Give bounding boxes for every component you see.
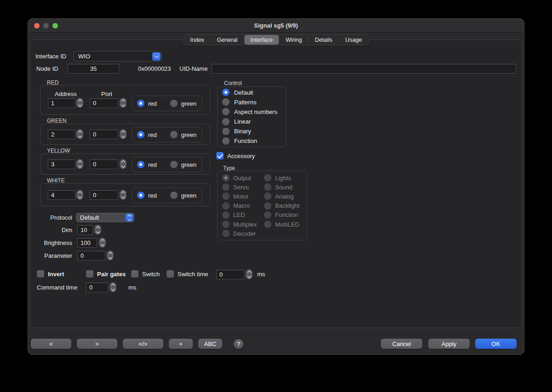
brightness-stepper[interactable]: [99, 238, 106, 248]
radio-option-red[interactable]: red: [137, 192, 157, 199]
accessory-label: Accessory: [227, 153, 255, 160]
radio-option-green[interactable]: green: [170, 100, 196, 107]
interface-id-label: Interface ID: [35, 53, 66, 60]
radio-icon[interactable]: [222, 98, 230, 106]
control-option-aspect-numbers[interactable]: Aspect numbers: [222, 108, 286, 116]
dim-stepper[interactable]: [94, 225, 101, 235]
command-time-input[interactable]: 0: [86, 283, 108, 292]
switch-checkbox[interactable]: [131, 270, 138, 278]
radio-icon[interactable]: [222, 128, 230, 135]
pair-gates-checkbox[interactable]: [86, 270, 93, 278]
ok-button[interactable]: OK: [475, 339, 517, 349]
radio-green-label: green: [181, 192, 196, 199]
protocol-dropdown[interactable]: Default: [76, 213, 134, 222]
cancel-button[interactable]: Cancel: [381, 339, 422, 349]
switch-time-input[interactable]: 0: [216, 270, 245, 279]
switch-time-stepper[interactable]: [246, 269, 253, 279]
type-option-led: LED: [222, 210, 257, 220]
radio-option-red[interactable]: red: [137, 161, 157, 168]
uid-name-input[interactable]: [212, 64, 516, 74]
command-time-label: Command time: [37, 284, 77, 291]
tab-interface[interactable]: Interface: [244, 35, 279, 45]
type-option-label: Decoder: [233, 230, 256, 237]
interface-id-dropdown[interactable]: WIO: [74, 51, 162, 62]
node-id-input[interactable]: 35: [68, 64, 119, 74]
tab-bar: Index General Interface Wiring Details U…: [183, 34, 369, 45]
control-option-patterns[interactable]: Patterns: [222, 98, 286, 106]
command-time-stepper[interactable]: [109, 282, 116, 292]
radio-icon: [222, 183, 230, 191]
radio-option-green[interactable]: green: [170, 161, 196, 168]
control-option-function[interactable]: Function: [222, 137, 286, 145]
radio-green-icon[interactable]: [170, 161, 178, 168]
port-input-green[interactable]: 0: [90, 130, 118, 139]
dim-input[interactable]: 10: [77, 225, 93, 235]
tab-details[interactable]: Details: [309, 35, 338, 45]
minimize-button[interactable]: [43, 23, 49, 28]
code-button[interactable]: </>: [123, 339, 163, 349]
radio-red-icon[interactable]: [137, 100, 144, 107]
parameter-stepper[interactable]: [107, 250, 114, 261]
tab-wiring[interactable]: Wiring: [280, 35, 308, 45]
address-input-green[interactable]: 2: [48, 130, 75, 139]
radio-red-icon[interactable]: [137, 192, 144, 199]
abc-button[interactable]: ABC: [198, 339, 222, 349]
tab-usage[interactable]: Usage: [339, 35, 368, 45]
switch-time-checkbox[interactable]: [167, 270, 174, 278]
radio-icon: [264, 211, 271, 219]
port-header: Port: [101, 91, 112, 98]
brightness-input[interactable]: 100: [77, 238, 97, 248]
control-option-binary[interactable]: Binary: [222, 127, 286, 136]
next-button[interactable]: >: [77, 339, 117, 349]
tab-index[interactable]: Index: [184, 35, 210, 45]
address-stepper-yellow[interactable]: [76, 159, 83, 169]
parameter-input[interactable]: 0: [77, 251, 105, 261]
control-option-linear[interactable]: Linear: [222, 118, 286, 126]
radio-option-green[interactable]: green: [170, 192, 196, 199]
radio-green-icon[interactable]: [170, 192, 178, 199]
radio-icon[interactable]: [222, 108, 230, 115]
radio-red-icon[interactable]: [137, 161, 144, 168]
switch-time-label: Switch time: [178, 271, 208, 278]
radio-icon: [264, 193, 271, 200]
radio-option-red[interactable]: red: [137, 100, 157, 107]
port-input-yellow[interactable]: 0: [90, 159, 118, 169]
port-stepper-green[interactable]: [120, 129, 126, 139]
dialog-window: Signal sg5 (9/9) Index General Interface…: [28, 18, 524, 355]
port-stepper-yellow[interactable]: [120, 159, 126, 169]
address-stepper-white[interactable]: [76, 190, 83, 200]
prev-button[interactable]: <: [31, 339, 71, 349]
radio-icon[interactable]: [222, 118, 230, 125]
port-input-red[interactable]: 0: [90, 98, 118, 108]
radio-icon: [222, 221, 230, 228]
close-button[interactable]: [34, 23, 40, 28]
address-input-yellow[interactable]: 3: [48, 159, 75, 169]
accessory-checkbox[interactable]: [216, 152, 224, 159]
tab-general[interactable]: General: [211, 35, 243, 45]
radio-option-red[interactable]: red: [137, 131, 157, 138]
port-stepper-white[interactable]: [120, 190, 126, 200]
port-input-white[interactable]: 0: [90, 190, 118, 200]
radio-icon[interactable]: [222, 137, 230, 145]
radio-green-icon[interactable]: [170, 131, 178, 138]
help-button[interactable]: ?: [234, 339, 243, 349]
address-input-white[interactable]: 4: [48, 190, 75, 200]
radio-icon[interactable]: [222, 89, 230, 96]
apply-button[interactable]: Apply: [428, 339, 470, 349]
type-option-label: Macro: [233, 202, 250, 209]
address-input-red[interactable]: 1: [48, 98, 75, 108]
invert-checkbox[interactable]: [37, 270, 44, 278]
zoom-button[interactable]: [52, 23, 58, 28]
radio-icon: [222, 202, 230, 210]
radio-green-icon[interactable]: [170, 100, 178, 107]
group-yellow: 3 0 red green: [40, 153, 210, 175]
control-option-default[interactable]: Default: [222, 88, 286, 97]
control-option-label: Default: [234, 89, 253, 96]
radio-option-green[interactable]: green: [170, 131, 196, 138]
port-stepper-red[interactable]: [120, 98, 126, 108]
address-stepper-red[interactable]: [76, 98, 83, 108]
add-button[interactable]: +: [169, 339, 193, 349]
address-stepper-green[interactable]: [76, 129, 83, 139]
polarity-group-red: red green: [132, 96, 202, 111]
radio-red-icon[interactable]: [137, 131, 144, 138]
